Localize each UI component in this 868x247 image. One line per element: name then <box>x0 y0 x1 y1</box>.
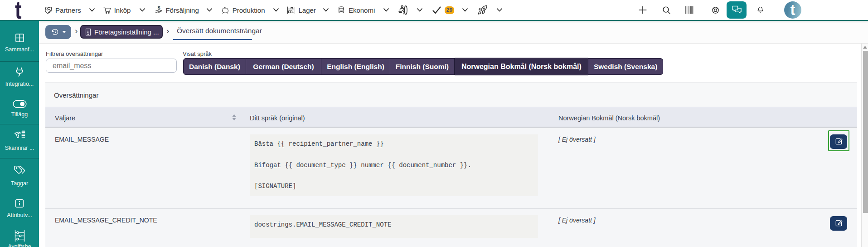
svg-text:$: $ <box>158 5 160 10</box>
